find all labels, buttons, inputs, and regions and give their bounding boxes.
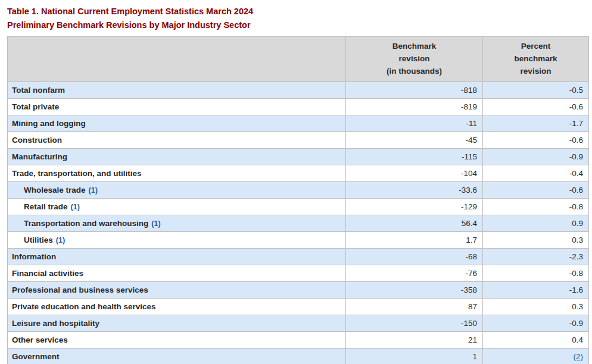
industry-label-cell: Transportation and warehousing(1) — [8, 215, 346, 232]
percent-benchmark-revision-column-header: Percent benchmark revision — [483, 37, 589, 82]
table-row: Manufacturing-115-0.9 — [8, 149, 589, 165]
benchmark-revisions-table: Benchmark revision (in thousands) Percen… — [7, 36, 589, 364]
table-row: Professional and business services-358-1… — [8, 282, 589, 299]
industry-label: Private education and health services — [12, 302, 156, 311]
industry-label: Total nonfarm — [12, 86, 65, 95]
footnote-1-link[interactable]: (1) — [89, 186, 98, 194]
industry-label-cell: Total private — [8, 99, 346, 115]
table-row: Transportation and warehousing(1)56.40.9 — [8, 215, 589, 232]
industry-label-cell: Total nonfarm — [8, 82, 346, 99]
table-row: Private education and health services870… — [8, 299, 589, 315]
industry-label: Manufacturing — [12, 152, 67, 161]
percent-benchmark-revision-value: -0.9 — [483, 149, 589, 165]
percent-benchmark-revision-value: 0.3 — [483, 232, 589, 249]
table-row: Utilities(1)1.70.3 — [8, 232, 589, 249]
title-line-1: Table 1. National Current Employment Sta… — [7, 5, 592, 18]
percent-benchmark-revision-value: -0.8 — [483, 265, 589, 282]
table-body: Total nonfarm-818-0.5Total private-819-0… — [8, 82, 589, 364]
benchmark-revision-value: -129 — [346, 199, 483, 215]
industry-label-cell: Government — [8, 349, 346, 364]
industry-label-cell: Other services — [8, 332, 346, 349]
industry-label: Professional and business services — [12, 285, 148, 294]
page: Table 1. National Current Employment Sta… — [0, 0, 592, 364]
table-row: Other services210.4 — [8, 332, 589, 349]
table-row: Government1(2) — [8, 349, 589, 364]
industry-label: Financial activities — [12, 269, 83, 278]
percent-benchmark-revision-value: 0.9 — [483, 215, 589, 232]
industry-label: Retail trade — [24, 202, 68, 211]
benchmark-revision-value: -11 — [346, 115, 483, 132]
industry-label-cell: Trade, transportation, and utilities — [8, 165, 346, 182]
percent-benchmark-revision-value: 0.4 — [483, 332, 589, 349]
industry-label: Wholesale trade — [24, 186, 86, 194]
header-row: Benchmark revision (in thousands) Percen… — [8, 37, 589, 82]
benchmark-revision-value: 56.4 — [346, 215, 483, 232]
percent-benchmark-revision-value: -0.6 — [483, 182, 589, 199]
industry-label-cell: Mining and logging — [8, 115, 346, 132]
industry-label-cell: Professional and business services — [8, 282, 346, 299]
table-title: Table 1. National Current Employment Sta… — [7, 5, 592, 32]
industry-label-cell: Financial activities — [8, 265, 346, 282]
benchmark-revision-column-header: Benchmark revision (in thousands) — [346, 37, 483, 82]
benchmark-revision-value: -150 — [346, 315, 483, 332]
percent-benchmark-revision-value: -0.8 — [483, 199, 589, 215]
footnote-1-link[interactable]: (1) — [71, 203, 80, 211]
benchmark-revision-value: 21 — [346, 332, 483, 349]
industry-label: Mining and logging — [12, 119, 86, 128]
industry-label: Transportation and warehousing — [24, 219, 148, 228]
benchmark-revision-value: -818 — [346, 82, 483, 99]
footnote-1-link[interactable]: (1) — [151, 219, 160, 228]
industry-label-cell: Leisure and hospitality — [8, 315, 346, 332]
industry-label-cell: Information — [8, 249, 346, 265]
footnote-1-link[interactable]: (1) — [56, 236, 65, 244]
percent-benchmark-revision-value: -2.3 — [483, 249, 589, 265]
table-row: Leisure and hospitality-150-0.9 — [8, 315, 589, 332]
table-row: Wholesale trade(1)-33.6-0.6 — [8, 182, 589, 199]
industry-label-cell: Private education and health services — [8, 299, 346, 315]
benchmark-revision-value: -104 — [346, 165, 483, 182]
industry-label: Leisure and hospitality — [12, 319, 99, 328]
table-row: Construction-45-0.6 — [8, 132, 589, 149]
industry-label: Utilities — [24, 236, 53, 244]
benchmark-revision-value: 1 — [346, 349, 483, 364]
benchmark-revision-value: -76 — [346, 265, 483, 282]
percent-benchmark-revision-value: -0.5 — [483, 82, 589, 99]
table-row: Financial activities-76-0.8 — [8, 265, 589, 282]
percent-benchmark-revision-value: -0.4 — [483, 165, 589, 182]
percent-benchmark-revision-value: -1.7 — [483, 115, 589, 132]
percent-benchmark-revision-value: -0.9 — [483, 315, 589, 332]
table-row: Information-68-2.3 — [8, 249, 589, 265]
industry-label-cell: Retail trade(1) — [8, 199, 346, 215]
benchmark-revision-value: -115 — [346, 149, 483, 165]
footnote-2-link[interactable]: (2) — [574, 352, 584, 361]
industry-label: Total private — [12, 102, 59, 111]
benchmark-revision-value: -819 — [346, 99, 483, 115]
benchmark-revision-value: -33.6 — [346, 182, 483, 199]
industry-column-header — [8, 37, 346, 82]
benchmark-revision-value: -358 — [346, 282, 483, 299]
benchmark-revision-value: -45 — [346, 132, 483, 149]
percent-benchmark-revision-value: 0.3 — [483, 299, 589, 315]
industry-label-cell: Construction — [8, 132, 346, 149]
industry-label-cell: Manufacturing — [8, 149, 346, 165]
benchmark-revision-value: 1.7 — [346, 232, 483, 249]
table-row: Trade, transportation, and utilities-104… — [8, 165, 589, 182]
percent-benchmark-revision-value: (2) — [483, 349, 589, 364]
industry-label-cell: Wholesale trade(1) — [8, 182, 346, 199]
percent-benchmark-revision-value: -1.6 — [483, 282, 589, 299]
percent-benchmark-revision-value: -0.6 — [483, 132, 589, 149]
industry-label: Government — [12, 352, 60, 361]
industry-label: Information — [12, 252, 56, 261]
percent-benchmark-revision-value: -0.6 — [483, 99, 589, 115]
table-row: Retail trade(1)-129-0.8 — [8, 199, 589, 215]
benchmark-revision-value: -68 — [346, 249, 483, 265]
table-row: Mining and logging-11-1.7 — [8, 115, 589, 132]
title-line-2: Preliminary Benchmark Revisions by Major… — [7, 18, 592, 32]
industry-label-cell: Utilities(1) — [8, 232, 346, 249]
industry-label: Construction — [12, 136, 62, 145]
table-row: Total private-819-0.6 — [8, 99, 589, 115]
industry-label: Other services — [12, 335, 68, 344]
table-row: Total nonfarm-818-0.5 — [8, 82, 589, 99]
industry-label: Trade, transportation, and utilities — [12, 169, 142, 178]
benchmark-revision-value: 87 — [346, 299, 483, 315]
